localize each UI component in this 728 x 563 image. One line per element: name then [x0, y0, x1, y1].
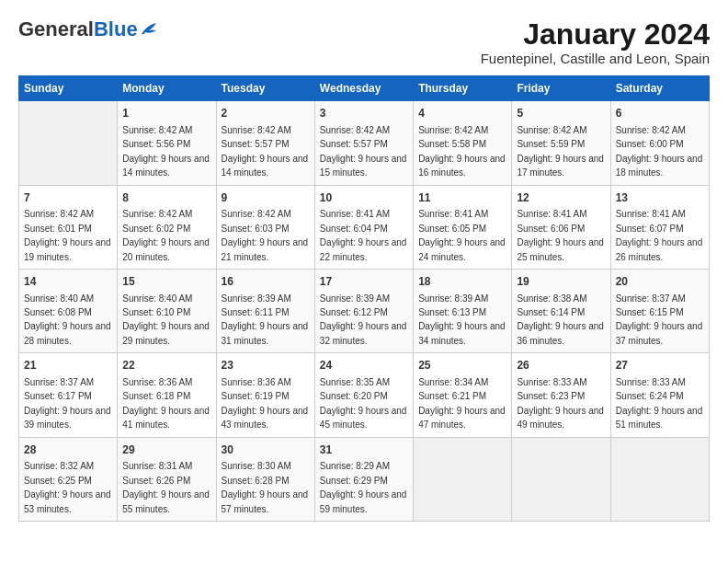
day-info: Sunrise: 8:39 AMSunset: 6:13 PMDaylight:… [418, 293, 506, 346]
day-info: Sunrise: 8:33 AMSunset: 6:24 PMDaylight:… [616, 377, 703, 430]
weekday-header-tuesday: Tuesday [216, 76, 314, 101]
calendar-cell: 19Sunrise: 8:38 AMSunset: 6:14 PMDayligh… [512, 269, 610, 352]
calendar-cell [414, 437, 512, 521]
day-info: Sunrise: 8:41 AMSunset: 6:04 PMDaylight:… [320, 209, 407, 261]
logo-bird-icon [140, 21, 160, 38]
day-info: Sunrise: 8:29 AMSunset: 6:29 PMDaylight:… [320, 461, 407, 513]
day-info: Sunrise: 8:42 AMSunset: 6:03 PMDaylight:… [222, 209, 309, 261]
calendar-cell [19, 101, 118, 185]
day-info: Sunrise: 8:39 AMSunset: 6:11 PMDaylight:… [222, 293, 309, 346]
calendar-week-1: 1Sunrise: 8:42 AMSunset: 5:56 PMDaylight… [19, 101, 710, 185]
calendar-cell: 21Sunrise: 8:37 AMSunset: 6:17 PMDayligh… [19, 353, 118, 437]
day-number: 1 [122, 106, 210, 121]
calendar-cell: 28Sunrise: 8:32 AMSunset: 6:25 PMDayligh… [19, 437, 118, 521]
weekday-header-row: SundayMondayTuesdayWednesdayThursdayFrid… [19, 76, 710, 101]
calendar-cell: 17Sunrise: 8:39 AMSunset: 6:12 PMDayligh… [314, 269, 413, 352]
calendar-cell: 22Sunrise: 8:36 AMSunset: 6:18 PMDayligh… [118, 353, 216, 437]
day-info: Sunrise: 8:41 AMSunset: 6:07 PMDaylight:… [616, 209, 703, 261]
day-info: Sunrise: 8:38 AMSunset: 6:14 PMDaylight:… [517, 293, 604, 346]
day-info: Sunrise: 8:41 AMSunset: 6:06 PMDaylight:… [517, 209, 604, 261]
day-info: Sunrise: 8:40 AMSunset: 6:10 PMDaylight:… [122, 293, 210, 346]
calendar-cell: 14Sunrise: 8:40 AMSunset: 6:08 PMDayligh… [19, 269, 118, 352]
weekday-header-monday: Monday [118, 76, 216, 101]
day-info: Sunrise: 8:42 AMSunset: 5:58 PMDaylight:… [418, 125, 506, 178]
day-number: 7 [24, 190, 112, 206]
day-number: 25 [418, 358, 506, 373]
day-number: 30 [222, 442, 310, 458]
logo: GeneralBlue [18, 18, 160, 40]
calendar-cell: 13Sunrise: 8:41 AMSunset: 6:07 PMDayligh… [610, 185, 709, 269]
day-number: 23 [222, 358, 310, 373]
calendar-body: 1Sunrise: 8:42 AMSunset: 5:56 PMDaylight… [19, 101, 710, 522]
day-info: Sunrise: 8:31 AMSunset: 6:26 PMDaylight:… [122, 461, 210, 513]
calendar-week-3: 14Sunrise: 8:40 AMSunset: 6:08 PMDayligh… [19, 269, 710, 352]
day-info: Sunrise: 8:36 AMSunset: 6:19 PMDaylight:… [222, 377, 309, 430]
day-number: 8 [122, 190, 210, 206]
day-info: Sunrise: 8:30 AMSunset: 6:28 PMDaylight:… [222, 461, 309, 513]
page-subtitle: Fuentepinel, Castille and Leon, Spain [481, 51, 710, 66]
calendar-cell: 11Sunrise: 8:41 AMSunset: 6:05 PMDayligh… [414, 185, 512, 269]
day-number: 11 [418, 190, 506, 206]
day-info: Sunrise: 8:42 AMSunset: 6:01 PMDaylight:… [24, 209, 111, 261]
day-info: Sunrise: 8:42 AMSunset: 6:02 PMDaylight:… [122, 209, 210, 261]
calendar-header: SundayMondayTuesdayWednesdayThursdayFrid… [19, 76, 710, 101]
day-info: Sunrise: 8:34 AMSunset: 6:21 PMDaylight:… [418, 377, 506, 430]
calendar-cell: 1Sunrise: 8:42 AMSunset: 5:56 PMDaylight… [118, 101, 216, 185]
day-number: 10 [320, 190, 408, 206]
day-number: 9 [222, 190, 310, 206]
calendar-cell: 23Sunrise: 8:36 AMSunset: 6:19 PMDayligh… [216, 353, 314, 437]
day-number: 4 [418, 106, 506, 121]
day-info: Sunrise: 8:40 AMSunset: 6:08 PMDaylight:… [24, 293, 111, 346]
day-info: Sunrise: 8:41 AMSunset: 6:05 PMDaylight:… [418, 209, 506, 261]
title-block: January 2024 Fuentepinel, Castille and L… [481, 18, 710, 66]
day-info: Sunrise: 8:33 AMSunset: 6:23 PMDaylight:… [517, 377, 604, 430]
day-info: Sunrise: 8:37 AMSunset: 6:17 PMDaylight:… [24, 377, 111, 430]
calendar-cell: 3Sunrise: 8:42 AMSunset: 5:57 PMDaylight… [314, 101, 413, 185]
day-info: Sunrise: 8:39 AMSunset: 6:12 PMDaylight:… [320, 293, 407, 346]
day-info: Sunrise: 8:42 AMSunset: 5:57 PMDaylight:… [222, 125, 309, 178]
day-info: Sunrise: 8:42 AMSunset: 5:59 PMDaylight:… [517, 125, 604, 178]
calendar-table: SundayMondayTuesdayWednesdayThursdayFrid… [18, 75, 710, 522]
calendar-week-5: 28Sunrise: 8:32 AMSunset: 6:25 PMDayligh… [19, 437, 710, 521]
day-number: 26 [517, 358, 605, 373]
day-number: 16 [222, 274, 310, 290]
day-number: 13 [616, 190, 704, 206]
day-number: 14 [24, 274, 112, 290]
weekday-header-saturday: Saturday [610, 76, 709, 101]
calendar-cell: 12Sunrise: 8:41 AMSunset: 6:06 PMDayligh… [512, 185, 610, 269]
day-number: 20 [616, 274, 704, 290]
calendar-cell [512, 437, 610, 521]
calendar-cell: 7Sunrise: 8:42 AMSunset: 6:01 PMDaylight… [19, 185, 118, 269]
calendar-week-2: 7Sunrise: 8:42 AMSunset: 6:01 PMDaylight… [19, 185, 710, 269]
day-info: Sunrise: 8:32 AMSunset: 6:25 PMDaylight:… [24, 461, 111, 513]
day-number: 21 [24, 358, 112, 373]
day-number: 3 [320, 106, 408, 121]
day-info: Sunrise: 8:42 AMSunset: 5:57 PMDaylight:… [320, 125, 407, 178]
page-header: GeneralBlue January 2024 Fuentepinel, Ca… [18, 18, 710, 66]
calendar-cell [610, 437, 709, 521]
day-number: 19 [517, 274, 605, 290]
day-number: 28 [24, 442, 112, 458]
calendar-cell: 25Sunrise: 8:34 AMSunset: 6:21 PMDayligh… [414, 353, 512, 437]
day-number: 22 [122, 358, 210, 373]
day-info: Sunrise: 8:35 AMSunset: 6:20 PMDaylight:… [320, 377, 407, 430]
calendar-cell: 2Sunrise: 8:42 AMSunset: 5:57 PMDaylight… [216, 101, 314, 185]
day-number: 15 [122, 274, 210, 290]
calendar-cell: 9Sunrise: 8:42 AMSunset: 6:03 PMDaylight… [216, 185, 314, 269]
day-number: 5 [517, 106, 605, 121]
calendar-cell: 27Sunrise: 8:33 AMSunset: 6:24 PMDayligh… [610, 353, 709, 437]
day-number: 17 [320, 274, 408, 290]
calendar-cell: 4Sunrise: 8:42 AMSunset: 5:58 PMDaylight… [414, 101, 512, 185]
calendar-cell: 24Sunrise: 8:35 AMSunset: 6:20 PMDayligh… [314, 353, 413, 437]
calendar-cell: 29Sunrise: 8:31 AMSunset: 6:26 PMDayligh… [118, 437, 216, 521]
day-number: 31 [320, 442, 408, 458]
weekday-header-wednesday: Wednesday [314, 76, 413, 101]
weekday-header-sunday: Sunday [19, 76, 118, 101]
page-title: January 2024 [481, 18, 710, 51]
calendar-cell: 20Sunrise: 8:37 AMSunset: 6:15 PMDayligh… [610, 269, 709, 352]
day-info: Sunrise: 8:42 AMSunset: 6:00 PMDaylight:… [616, 125, 703, 178]
calendar-week-4: 21Sunrise: 8:37 AMSunset: 6:17 PMDayligh… [19, 353, 710, 437]
calendar-cell: 10Sunrise: 8:41 AMSunset: 6:04 PMDayligh… [314, 185, 413, 269]
calendar-cell: 18Sunrise: 8:39 AMSunset: 6:13 PMDayligh… [414, 269, 512, 352]
day-info: Sunrise: 8:42 AMSunset: 5:56 PMDaylight:… [122, 125, 210, 178]
